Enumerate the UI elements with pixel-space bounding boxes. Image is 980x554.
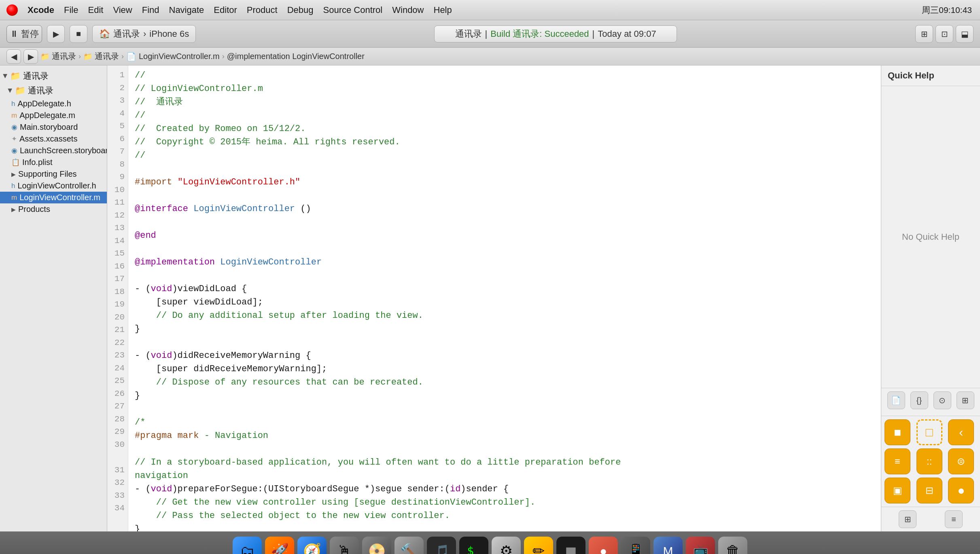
- sidebar-item-products[interactable]: ▶ Products: [0, 203, 107, 215]
- menu-navigate[interactable]: Navigate: [169, 5, 204, 15]
- sidebar-root-group[interactable]: ▶ 📁 通讯录: [0, 69, 107, 83]
- dock-finder[interactable]: 🗂: [233, 537, 262, 554]
- pause-button[interactable]: ⏸ 暂停: [6, 25, 42, 43]
- file-xcassets-icon: ✦: [11, 135, 17, 143]
- grid-layout-icon: ⊞: [904, 514, 911, 524]
- sidebar-item-assets[interactable]: ✦ Assets.xcassets: [0, 133, 107, 145]
- dock-app-a[interactable]: 🎵: [427, 537, 456, 554]
- menu-file[interactable]: File: [64, 5, 78, 15]
- sidebar-item-loginvc-m[interactable]: m LoginViewController.m: [0, 192, 107, 203]
- dock-phone[interactable]: 📱: [621, 537, 650, 554]
- breadcrumb-group[interactable]: 📁 通讯录: [83, 51, 119, 62]
- sidebar-filename: Main.storyboard: [20, 123, 78, 132]
- menu-editor[interactable]: Editor: [214, 5, 237, 15]
- obj-square-btn[interactable]: ■: [885, 419, 910, 445]
- menu-xcode[interactable]: Xcode: [28, 5, 54, 15]
- dock-mouse[interactable]: 🖱: [330, 537, 359, 554]
- run-button[interactable]: ▶: [47, 25, 65, 43]
- nav-forward-button[interactable]: ▶: [23, 49, 38, 64]
- obj-table-btn[interactable]: ⊟: [916, 478, 942, 503]
- file-icon-btn: 📄: [891, 395, 901, 405]
- expand-supporting-icon: ▶: [11, 171, 16, 178]
- navigator-toggle-button[interactable]: ⊞: [915, 25, 933, 43]
- sidebar-item-appdelegate-m[interactable]: m AppDelegate.m: [0, 110, 107, 121]
- obj-dashed-btn[interactable]: □: [916, 419, 942, 445]
- sidebar-item-main-storyboard[interactable]: ◉ Main.storyboard: [0, 121, 107, 133]
- obj-back-btn[interactable]: ‹: [948, 419, 974, 445]
- dock-sketch[interactable]: ✏: [524, 537, 553, 554]
- nav-back-button[interactable]: ◀: [6, 49, 21, 64]
- sidebar-item-supporting-files[interactable]: ▶ Supporting Files: [0, 168, 107, 180]
- breadcrumb-sep-1: ›: [78, 52, 81, 61]
- dock-app1[interactable]: M: [653, 537, 683, 554]
- grid-layout-button[interactable]: ⊞: [899, 510, 916, 528]
- quick-help-button[interactable]: {}: [910, 391, 928, 409]
- file-storyboard-icon: ◉: [11, 123, 17, 131]
- finder-icon: 🗂: [240, 543, 255, 554]
- list-icon: ≡: [895, 456, 900, 467]
- help-icon: {}: [916, 396, 922, 405]
- red-app-icon: ●: [600, 544, 607, 554]
- mouse-icon: 🖱: [337, 543, 352, 554]
- phone-icon: 📱: [627, 543, 645, 554]
- dock-trash[interactable]: 🗑: [718, 537, 747, 554]
- code-container[interactable]: 1234567891011121314151617181920212223242…: [107, 66, 881, 531]
- expand-products-icon: ▶: [11, 206, 16, 213]
- sidebar-item-info-plist[interactable]: 📋 Info.plist: [0, 156, 107, 168]
- dock-safari[interactable]: 🧭: [297, 537, 327, 554]
- dock-dark-app[interactable]: ◼: [556, 537, 585, 554]
- scheme-selector[interactable]: 🏠 通讯录 › iPhone 6s: [92, 25, 196, 43]
- dock-red-app[interactable]: ●: [589, 537, 618, 554]
- sidebar-item-launchscreen[interactable]: ◉ LaunchScreen.storyboard: [0, 145, 107, 156]
- inspector-toggle-button[interactable]: ⊡: [935, 25, 953, 43]
- file-inspector-button[interactable]: 📄: [887, 391, 905, 409]
- obj-scroll-btn[interactable]: ⊜: [948, 448, 974, 474]
- obj-circle-btn[interactable]: ●: [948, 478, 974, 503]
- identity-button[interactable]: ⊙: [933, 391, 951, 409]
- menu-edit[interactable]: Edit: [88, 5, 103, 15]
- menu-view[interactable]: View: [113, 5, 132, 15]
- sidebar-item-appdelegate-h[interactable]: h AppDelegate.h: [0, 98, 107, 110]
- build-status-text: Build 通讯录: Succeeded: [490, 28, 589, 40]
- pause-label: 暂停: [21, 28, 39, 40]
- breadcrumb-symbol[interactable]: @implementation LoginViewController: [227, 52, 365, 61]
- object-library: ■ □ ‹ ≡ :: ⊜ ▣: [881, 416, 980, 507]
- main-layout: ▶ 📁 通讯录 ▶ 📁 通讯录 h AppDelegate.h m AppDel…: [0, 66, 980, 531]
- menu-window[interactable]: Window: [392, 5, 424, 15]
- breadcrumb-group-folder-icon: 📁: [83, 52, 92, 61]
- dock-dvd[interactable]: 📀: [362, 537, 391, 554]
- hammer-icon: 🔨: [400, 543, 418, 554]
- obj-list-btn[interactable]: ≡: [885, 448, 910, 474]
- apple-logo-icon[interactable]: [6, 4, 18, 16]
- dock-app2[interactable]: 📺: [686, 537, 715, 554]
- sidebar-filename: LoginViewController.h: [17, 181, 96, 190]
- menu-source-control[interactable]: Source Control: [323, 5, 383, 15]
- code-text[interactable]: // // LoginViewController.m // 通讯录 // //…: [128, 66, 881, 531]
- menu-debug[interactable]: Debug: [287, 5, 314, 15]
- sidebar-sub-group[interactable]: ▶ 📁 通讯录: [0, 83, 107, 98]
- dock-settings[interactable]: ⚙: [492, 537, 521, 554]
- scheme-label: 通讯录: [113, 28, 140, 40]
- file-h2-icon: h: [11, 182, 15, 190]
- build-status-bar: 通讯录 | Build 通讯录: Succeeded | Today at 09…: [434, 25, 677, 42]
- size-button[interactable]: ⊞: [957, 391, 974, 409]
- dock-terminal[interactable]: $_: [459, 537, 488, 554]
- menu-help[interactable]: Help: [434, 5, 452, 15]
- stop-button[interactable]: ■: [70, 25, 87, 43]
- table-icon: ⊟: [925, 485, 933, 496]
- obj-view-btn[interactable]: ▣: [885, 478, 910, 503]
- menu-find[interactable]: Find: [142, 5, 159, 15]
- breadcrumb-file[interactable]: 📄 LoginViewController.m: [126, 52, 220, 61]
- list-layout-button[interactable]: ≡: [945, 510, 963, 528]
- debug-toggle-button[interactable]: ⬓: [956, 25, 974, 43]
- obj-grid-btn[interactable]: ::: [916, 448, 942, 474]
- dock-hammer[interactable]: 🔨: [395, 537, 424, 554]
- editor-area[interactable]: 1234567891011121314151617181920212223242…: [107, 66, 881, 531]
- sidebar-filename: AppDelegate.h: [17, 99, 71, 108]
- dock-launchpad[interactable]: 🚀: [265, 537, 294, 554]
- menu-product[interactable]: Product: [247, 5, 278, 15]
- breadcrumb-root[interactable]: 📁 通讯录: [40, 51, 76, 62]
- system-clock: 周三09:10:43: [922, 4, 972, 16]
- sidebar-item-loginvc-h[interactable]: h LoginViewController.h: [0, 180, 107, 192]
- file-launch-icon: ◉: [11, 146, 17, 155]
